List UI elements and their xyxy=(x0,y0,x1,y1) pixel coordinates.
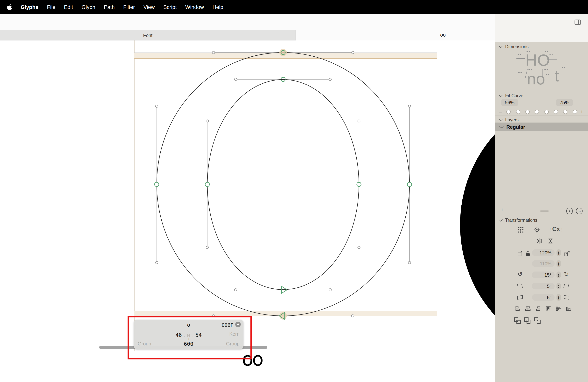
glyph-outline-paths[interactable] xyxy=(157,53,410,316)
skew-left-icon[interactable] xyxy=(517,295,523,300)
fit-curve-step-dot[interactable] xyxy=(573,110,577,114)
width-down-arrow-icon: ↓ xyxy=(134,337,243,341)
kern-label: Kern xyxy=(229,331,240,337)
align-right-icon[interactable] xyxy=(535,306,541,312)
dimensions-section-header[interactable]: Dimensions xyxy=(499,44,528,49)
menu-item-help[interactable]: Help xyxy=(212,4,223,10)
slant-field[interactable]: 5° xyxy=(532,283,555,289)
height-scale-stepper[interactable]: ▲▼ xyxy=(556,260,561,267)
fit-curve-step-dot[interactable] xyxy=(554,110,558,114)
unicode-arrow-icon[interactable]: ➜ xyxy=(235,322,241,327)
title-bar: i GRXXX_Prenom_Nom_MyFont.glyphs MyFont xyxy=(0,14,495,30)
rotate-cw-icon[interactable]: ↻ xyxy=(564,271,569,278)
width-scale-field[interactable]: 120% xyxy=(532,249,555,256)
width-scale-stepper[interactable]: ▲▼ xyxy=(556,249,561,256)
sidebar-toggle-icon[interactable] xyxy=(574,20,581,26)
rotate-ccw-icon[interactable]: ↺ xyxy=(518,271,523,278)
rotation-field[interactable]: 15° xyxy=(532,272,555,278)
preview-text[interactable]: oo xyxy=(242,348,262,370)
skew-stepper[interactable]: ▲▼ xyxy=(556,294,561,301)
transformations-section-header[interactable]: Transformations xyxy=(499,218,537,223)
fit-curve-step-dot[interactable] xyxy=(535,110,539,114)
remove-layer-button[interactable]: − xyxy=(511,207,514,213)
layer-more-options-icon[interactable]: ⋯ xyxy=(576,208,583,214)
glyph-info-panel: o 006F ➜ 46 ←H→ 54 ↓ Kern Group 600 Grou… xyxy=(134,320,243,349)
boolean-union-icon[interactable] xyxy=(514,318,521,324)
slant-stepper[interactable]: ▲▼ xyxy=(556,283,561,289)
fit-curve-step-dot[interactable] xyxy=(506,110,511,114)
menu-item-script[interactable]: Script xyxy=(163,4,177,10)
menu-bar: Glyphs File Edit Glyph Path Filter View … xyxy=(0,0,588,14)
oncurve-nodes[interactable] xyxy=(155,50,412,187)
status-bar: F To➤ − 1300 pt + xyxy=(0,368,495,382)
glyph-edit-canvas[interactable] xyxy=(0,41,495,351)
menu-item-window[interactable]: Window xyxy=(185,4,204,10)
add-layer-button[interactable]: + xyxy=(501,207,504,213)
boolean-intersect-icon[interactable] xyxy=(534,318,541,324)
height-scale-field[interactable]: 110% xyxy=(532,260,555,267)
proportional-lock-icon[interactable] xyxy=(526,253,530,256)
menu-item-filter[interactable]: Filter xyxy=(123,4,135,10)
menu-item-glyphs[interactable]: Glyphs xyxy=(21,4,39,10)
transform-reference-icon[interactable]: ⋮Cx⋮ xyxy=(548,226,564,233)
fit-curve-step-dot[interactable] xyxy=(516,110,520,114)
menu-item-glyph[interactable]: Glyph xyxy=(82,4,95,10)
tab-edit[interactable] xyxy=(296,30,495,41)
layers-section-header[interactable]: Layers xyxy=(499,117,519,122)
flip-vertical-icon[interactable] xyxy=(547,238,554,245)
panel-resize-handle[interactable] xyxy=(540,211,549,212)
fit-curve-step-dot[interactable] xyxy=(563,110,567,114)
glyph-unicode[interactable]: 006F xyxy=(222,322,233,328)
apple-menu-icon[interactable] xyxy=(7,4,12,10)
inspector-sidebar: Dimensions HO no t xyxy=(495,42,588,382)
fit-curve-step-dot[interactable] xyxy=(525,110,530,114)
fit-curve-plus[interactable]: + xyxy=(580,108,583,115)
align-top-icon[interactable] xyxy=(545,306,551,312)
boolean-subtract-icon[interactable] xyxy=(524,318,531,324)
menu-item-view[interactable]: View xyxy=(144,4,155,10)
chevron-down-icon xyxy=(499,93,503,97)
layer-filter-icon[interactable]: ≡ xyxy=(566,208,573,214)
selected-node-halo xyxy=(279,49,287,56)
tab-font[interactable]: Font xyxy=(0,30,296,41)
next-glyph-filled-o xyxy=(460,93,495,351)
right-kern-group[interactable]: Group xyxy=(226,341,240,347)
chevron-down-icon xyxy=(499,44,503,48)
layer-row-regular[interactable]: Regular xyxy=(495,123,588,131)
align-center-vertical-icon[interactable] xyxy=(555,306,561,312)
menu-item-edit[interactable]: Edit xyxy=(64,4,73,10)
transform-center-crosshair-icon[interactable] xyxy=(534,226,540,234)
glyphs-app-window: Glyphs File Edit Glyph Path Filter View … xyxy=(0,0,588,382)
layer-visibility-eye-icon[interactable] xyxy=(499,125,504,128)
skew-right-icon[interactable] xyxy=(564,295,569,300)
fit-curve-minus[interactable]: − xyxy=(499,109,502,115)
preview-strip: oo xyxy=(0,351,495,368)
transform-origin-grid-icon[interactable] xyxy=(517,226,524,234)
fit-curve-min-button[interactable]: 56% xyxy=(501,99,518,106)
flip-horizontal-icon[interactable] xyxy=(536,238,543,245)
dimensions-sample-caps: HO xyxy=(525,52,550,68)
tab-bar: Font xyxy=(0,30,495,41)
menu-item-path[interactable]: Path xyxy=(104,4,115,10)
fit-curve-step-dot[interactable] xyxy=(545,110,549,114)
slant-right-icon[interactable] xyxy=(563,284,569,288)
menu-item-file[interactable]: File xyxy=(47,4,56,10)
chevron-down-icon xyxy=(499,117,503,121)
layer-name: Regular xyxy=(506,124,525,130)
align-left-icon[interactable] xyxy=(515,306,521,312)
rotation-stepper[interactable]: ▲▼ xyxy=(556,272,561,278)
scale-down-icon[interactable] xyxy=(517,250,524,257)
chevron-down-icon xyxy=(499,218,503,222)
glyph-outline-layer xyxy=(0,41,495,351)
tab-edit-label[interactable]: oo xyxy=(435,32,451,38)
align-bottom-icon[interactable] xyxy=(566,306,571,312)
slant-left-icon[interactable] xyxy=(517,284,523,288)
skew-field[interactable]: 5° xyxy=(532,294,555,301)
dimensions-sample-t: t xyxy=(555,68,559,84)
fit-curve-section-header[interactable]: Fit Curve xyxy=(499,93,523,98)
align-center-horizontal-icon[interactable] xyxy=(525,306,531,312)
toolbar-right-area xyxy=(495,14,588,42)
scale-up-icon[interactable] xyxy=(564,250,570,257)
bezier-handle-lines xyxy=(157,53,410,316)
fit-curve-max-button[interactable]: 75% xyxy=(556,99,573,106)
